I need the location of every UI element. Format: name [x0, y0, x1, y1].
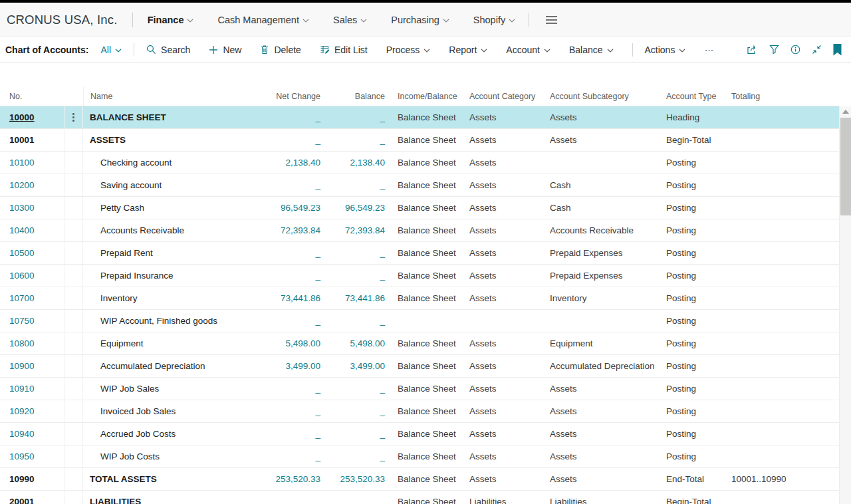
process-menu[interactable]: Process [386, 45, 431, 55]
cell-balance[interactable]: 5,498.00 [322, 338, 386, 348]
cell-balance[interactable]: 2,138.40 [322, 158, 386, 168]
search-button[interactable]: Search [146, 45, 190, 55]
cell-balance[interactable]: 72,393.84 [322, 225, 386, 235]
cell-net-change[interactable]: 3,499.00 [264, 361, 322, 371]
account-no-link[interactable]: 10100 [9, 158, 35, 168]
cell-balance[interactable]: _ [322, 248, 386, 258]
more-menu-icon[interactable] [545, 15, 558, 25]
account-no-link[interactable]: 10000 [9, 112, 35, 122]
table-row[interactable]: 10600Prepaid Insurance__Balance SheetAss… [0, 265, 839, 287]
table-row[interactable]: 10200Saving account__Balance SheetAssets… [0, 174, 839, 197]
scrollbar-up-arrow-icon[interactable] [842, 110, 849, 114]
cell-net-change[interactable]: _ [264, 135, 322, 145]
nav-item-sales[interactable]: Sales [333, 15, 367, 25]
cell-balance[interactable]: 253,520.33 [322, 474, 386, 484]
table-row[interactable]: 10001ASSETS__Balance SheetAssetsAssetsBe… [0, 129, 839, 152]
bookmark-icon[interactable] [833, 44, 842, 56]
view-filter-dropdown[interactable]: All [100, 45, 122, 55]
cell-balance[interactable]: _ [322, 451, 386, 461]
edit-list-button[interactable]: Edit List [320, 45, 368, 55]
account-no-link[interactable]: 10300 [9, 203, 35, 213]
account-no-link[interactable]: 10001 [9, 135, 35, 145]
account-no-link[interactable]: 10600 [9, 271, 35, 281]
table-row[interactable]: 10400Accounts Receivable72,393.8472,393.… [0, 219, 839, 242]
delete-button[interactable]: Delete [260, 45, 301, 55]
report-menu[interactable]: Report [449, 45, 487, 55]
info-icon[interactable] [790, 45, 800, 55]
table-row[interactable]: 10100Checking account2,138.402,138.40Bal… [0, 152, 839, 174]
table-row[interactable]: 20001LIABILITIESBalance SheetLiabilities… [0, 491, 839, 504]
column-header-account-subcategory[interactable]: Account Subcategory [543, 92, 660, 101]
cell-net-change[interactable]: _ [264, 451, 322, 461]
scrollbar-thumb[interactable] [840, 118, 851, 215]
column-header-account-category[interactable]: Account Category [463, 92, 543, 101]
table-row[interactable]: 10900Accumulated Depreciation3,499.003,4… [0, 355, 839, 378]
cell-net-change[interactable]: 253,520.33 [264, 474, 322, 484]
cell-net-change[interactable]: 2,138.40 [264, 158, 322, 168]
account-menu[interactable]: Account [506, 45, 550, 55]
table-row[interactable]: 10990TOTAL ASSETS253,520.33253,520.33Bal… [0, 468, 839, 491]
table-row[interactable]: 10750WIP Account, Finished goods__Postin… [0, 310, 839, 332]
table-row[interactable]: 10920Invoiced Job Sales__Balance SheetAs… [0, 400, 839, 423]
company-name[interactable]: CRONUS USA, Inc. [7, 13, 118, 27]
more-options-button[interactable]: … [704, 43, 715, 57]
cell-balance[interactable]: 3,499.00 [322, 361, 386, 371]
new-button[interactable]: New [209, 45, 241, 55]
cell-net-change[interactable]: _ [264, 406, 322, 416]
cell-balance[interactable]: _ [322, 271, 386, 281]
cell-net-change[interactable]: _ [264, 180, 322, 190]
row-context-menu-icon[interactable] [68, 110, 78, 124]
column-header-net-change[interactable]: Net Change [264, 92, 322, 101]
column-header-account-type[interactable]: Account Type [660, 92, 725, 101]
cell-balance[interactable]: 73,441.86 [322, 293, 386, 303]
table-row[interactable]: 10700Inventory73,441.8673,441.86Balance … [0, 287, 839, 310]
cell-net-change[interactable]: 96,549.23 [264, 203, 322, 213]
table-row[interactable]: 10800Equipment5,498.005,498.00Balance Sh… [0, 332, 839, 355]
cell-balance[interactable]: _ [322, 135, 386, 145]
cell-net-change[interactable]: 5,498.00 [264, 338, 322, 348]
account-no-link[interactable]: 10920 [9, 406, 35, 416]
account-no-link[interactable]: 10200 [9, 180, 35, 190]
filter-icon[interactable] [769, 45, 779, 55]
cell-balance[interactable]: _ [322, 112, 386, 122]
column-header-no[interactable]: No. [0, 92, 64, 101]
table-row[interactable]: 10950WIP Job Costs__Balance SheetAssetsA… [0, 445, 839, 468]
account-no-link[interactable]: 10950 [9, 451, 35, 461]
account-no-link[interactable]: 10700 [9, 293, 35, 303]
cell-net-change[interactable]: 72,393.84 [264, 225, 322, 235]
table-row[interactable]: 10500Prepaid Rent__Balance SheetAssetsPr… [0, 242, 839, 265]
balance-menu[interactable]: Balance [569, 45, 614, 55]
table-row[interactable]: 10910WIP Job Sales__Balance SheetAssetsA… [0, 378, 839, 400]
cell-balance[interactable]: _ [322, 384, 386, 394]
table-row[interactable]: 10940Accrued Job Costs__Balance SheetAss… [0, 423, 839, 445]
account-no-link[interactable]: 10400 [9, 225, 35, 235]
cell-balance[interactable]: _ [322, 429, 386, 439]
nav-item-shopify[interactable]: Shopify [473, 15, 515, 25]
cell-net-change[interactable]: 73,441.86 [264, 293, 322, 303]
column-header-balance[interactable]: Balance [322, 92, 386, 101]
cell-balance[interactable]: 96,549.23 [322, 203, 386, 213]
cell-balance[interactable]: _ [322, 180, 386, 190]
share-icon[interactable] [747, 45, 758, 55]
account-no-link[interactable]: 10910 [9, 384, 35, 394]
collapse-icon[interactable] [812, 45, 822, 55]
cell-net-change[interactable]: _ [264, 316, 322, 326]
cell-net-change[interactable]: _ [264, 248, 322, 258]
nav-item-cash-management[interactable]: Cash Management [217, 15, 309, 25]
column-header-totaling[interactable]: Totaling [725, 92, 839, 101]
vertical-scrollbar[interactable] [839, 106, 851, 504]
account-no-link[interactable]: 10500 [9, 248, 35, 258]
table-row[interactable]: 10300Petty Cash96,549.2396,549.23Balance… [0, 197, 839, 219]
account-no-link[interactable]: 20001 [9, 497, 35, 504]
column-header-income-balance[interactable]: Income/Balance [386, 92, 463, 101]
cell-net-change[interactable]: _ [264, 112, 322, 122]
account-no-link[interactable]: 10940 [9, 429, 35, 439]
cell-net-change[interactable]: _ [264, 271, 322, 281]
table-row[interactable]: 10000BALANCE SHEET__Balance SheetAssetsA… [0, 106, 839, 129]
cell-balance[interactable]: _ [322, 406, 386, 416]
account-no-link[interactable]: 10750 [9, 316, 35, 326]
actions-menu[interactable]: Actions [645, 45, 686, 55]
column-header-name[interactable]: Name [83, 86, 264, 106]
account-no-link[interactable]: 10800 [9, 338, 35, 348]
cell-balance[interactable]: _ [322, 316, 386, 326]
